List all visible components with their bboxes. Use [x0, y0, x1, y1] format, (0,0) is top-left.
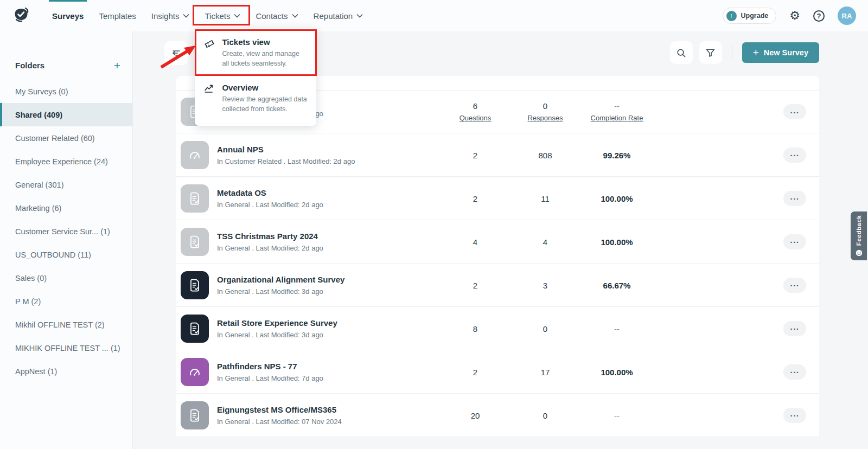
survey-title[interactable]: TSS Christmas Party 2024	[217, 232, 323, 241]
survey-row[interactable]: Metadata OS In General . Last Modified: …	[176, 177, 819, 220]
survey-row[interactable]: Annual NPS In Customer Related . Last Mo…	[176, 133, 819, 177]
questions-value: 2	[454, 280, 497, 290]
top-bar-right: ↑ Upgrade ⚙ ? RA	[723, 7, 856, 25]
folders-header: Folders +	[0, 31, 132, 80]
survey-row[interactable]: Retail Store Experience Survey In Genera…	[176, 307, 819, 350]
questions-value: 2	[454, 367, 497, 376]
survey-subtitle: In General . Last Modified: 7d ago	[217, 374, 323, 382]
nav-item-insights[interactable]: Insights	[144, 0, 197, 31]
upgrade-arrow-icon: ↑	[726, 11, 737, 21]
nav-item-contacts[interactable]: Contacts	[248, 0, 305, 31]
survey-type-icon	[181, 184, 209, 213]
survey-row[interactable]: Organizational Alignment Survey In Gener…	[176, 264, 819, 307]
chevron-down-icon	[292, 14, 298, 18]
responses-value: 808	[524, 150, 567, 159]
tickets-dropdown-menu: Tickets view Create, view and manage all…	[195, 28, 316, 126]
questions-value: 20	[454, 410, 497, 420]
menu-item-tickets-view[interactable]: Tickets view Create, view and manage all…	[195, 29, 316, 75]
nav-label: Tickets	[205, 11, 230, 21]
questions-value: 2	[454, 150, 497, 159]
survey-type-icon	[181, 228, 209, 256]
survey-type-icon	[181, 401, 209, 429]
survey-row[interactable]: Pathfinders NPS - 77 In General . Last M…	[176, 350, 819, 394]
sidebar-item-mikhik-offline-test[interactable]: MIKHIK OFFLINE TEST ... (1)	[0, 336, 132, 360]
sidebar-item-appnest[interactable]: AppNest (1)	[0, 360, 132, 383]
survey-title[interactable]: Eignungstest MS Office/MS365	[217, 405, 342, 414]
trend-chart-icon	[203, 84, 215, 95]
search-button[interactable]	[670, 41, 693, 64]
completion-label[interactable]: Completion Rate	[576, 114, 658, 122]
page-shell: Folders + My Surveys (0) Shared (409) Cu…	[0, 31, 868, 449]
row-more-menu-button[interactable]: ...	[783, 278, 806, 293]
survey-subtitle: In Customer Related . Last Modified: 2d …	[217, 157, 355, 165]
survey-subtitle: In General . Last Modified: 3d ago	[217, 287, 344, 296]
responses-stat: 0 Responses	[524, 101, 567, 122]
survey-row-text: Metadata OS In General . Last Modified: …	[217, 188, 323, 209]
nav-item-reputation[interactable]: Reputation	[306, 0, 371, 31]
survey-type-icon	[181, 141, 209, 169]
survey-row-text: Eignungstest MS Office/MS365 In General …	[217, 405, 342, 426]
row-completion-rate: --	[576, 101, 658, 111]
help-icon[interactable]: ?	[813, 10, 825, 22]
sidebar-item-general[interactable]: General (301)	[0, 173, 132, 196]
responses-label[interactable]: Responses	[524, 114, 567, 122]
questions-value: 8	[454, 324, 497, 333]
list-view-toggle-button[interactable]	[164, 41, 188, 65]
nav-item-templates[interactable]: Templates	[91, 0, 143, 31]
menu-item-overview[interactable]: Overview Review the aggregated data coll…	[195, 75, 316, 120]
sidebar-item-mikhil-offline-test[interactable]: Mikhil OFFLINE TEST (2)	[0, 313, 132, 336]
row-more-menu-button[interactable]: ...	[783, 191, 806, 206]
menu-item-description: Create, view and manage all tickets seam…	[222, 49, 308, 68]
sidebar-item-sales[interactable]: Sales (0)	[0, 266, 132, 290]
folders-title: Folders	[15, 61, 44, 70]
upgrade-button[interactable]: ↑ Upgrade	[723, 8, 777, 24]
nav-item-tickets[interactable]: Tickets Tickets view	[197, 0, 248, 31]
sidebar-item-my-surveys[interactable]: My Surveys (0)	[0, 80, 132, 103]
user-avatar[interactable]: RA	[838, 7, 856, 25]
menu-item-title: Overview	[222, 83, 308, 92]
questions-value: 6	[454, 101, 497, 111]
row-more-menu-button[interactable]: ...	[783, 104, 806, 119]
row-more-menu-button[interactable]: ...	[783, 364, 806, 380]
feedback-tab[interactable]: Feedback	[851, 211, 867, 260]
row-completion-rate: 66.67%	[576, 280, 658, 290]
survey-row[interactable]: Eignungstest MS Office/MS365 In General …	[176, 394, 819, 437]
survey-row-text: Pathfinders NPS - 77 In General . Last M…	[217, 362, 323, 382]
sidebar-item-marketing[interactable]: Marketing (6)	[0, 196, 132, 220]
sidebar-item-us-outbound[interactable]: US_OUTBOUND (11)	[0, 243, 132, 266]
upgrade-label: Upgrade	[741, 12, 769, 20]
row-completion-rate: 100.00%	[576, 194, 658, 203]
sidebar-item-customer-related[interactable]: Customer Related (60)	[0, 126, 132, 150]
row-more-menu-button[interactable]: ...	[783, 147, 806, 163]
nav-item-surveys[interactable]: Surveys	[44, 0, 91, 31]
survey-subtitle: In General . Last Modified: 07 Nov 2024	[217, 418, 342, 426]
survey-title[interactable]: Retail Store Experience Survey	[217, 318, 337, 328]
sidebar-item-employee-experience[interactable]: Employee Experience (24)	[0, 150, 132, 173]
survey-title[interactable]: Organizational Alignment Survey	[217, 275, 344, 284]
row-more-menu-button[interactable]: ...	[783, 321, 806, 336]
filter-button[interactable]	[699, 41, 722, 64]
new-survey-button[interactable]: + New Survey	[742, 42, 819, 63]
add-folder-icon[interactable]: +	[114, 60, 120, 71]
nav-label: Reputation	[314, 11, 353, 21]
menu-item-description: Review the aggregated data collected fro…	[222, 95, 308, 114]
responses-value: 17	[524, 367, 567, 376]
questions-value: 4	[454, 237, 497, 246]
sidebar-item-pm[interactable]: P M (2)	[0, 290, 132, 313]
folders-sidebar: Folders + My Surveys (0) Shared (409) Cu…	[0, 31, 133, 449]
questions-value: 2	[454, 194, 497, 203]
row-completion-rate: 99.26%	[576, 150, 658, 159]
survey-subtitle: In General . Last Modified: 2d ago	[217, 244, 323, 252]
survey-row[interactable]: TSS Christmas Party 2024 In General . La…	[176, 220, 819, 264]
survey-title[interactable]: Metadata OS	[217, 188, 323, 197]
responses-value: 11	[524, 194, 567, 203]
survey-title[interactable]: Annual NPS	[217, 145, 355, 154]
survey-title[interactable]: Pathfinders NPS - 77	[217, 362, 323, 371]
settings-gear-icon[interactable]: ⚙	[789, 10, 800, 22]
row-more-menu-button[interactable]: ...	[783, 408, 806, 423]
sidebar-item-customer-service[interactable]: Customer Service Sur... (1)	[0, 220, 132, 243]
menu-item-text: Overview Review the aggregated data coll…	[222, 83, 308, 114]
row-more-menu-button[interactable]: ...	[783, 234, 806, 249]
questions-label[interactable]: Questions	[454, 114, 497, 122]
sidebar-item-shared[interactable]: Shared (409)	[0, 103, 132, 126]
